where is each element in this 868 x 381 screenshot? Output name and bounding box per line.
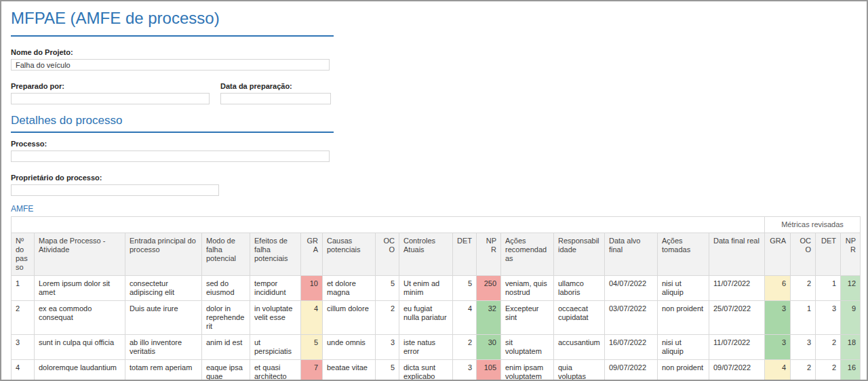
cell: 250 [477,276,501,301]
cell: anim id est [202,335,250,360]
cell: 16/07/2022 [605,335,658,360]
cell: nisi ut aliquip [658,335,709,360]
column-header: Causas potenciais [323,233,376,276]
project-name-input[interactable] [11,59,330,71]
cell: 11/07/2022 [709,335,765,360]
cell: 2 [376,301,399,335]
cell: occaecat cupidatat [554,301,605,335]
cell: 2 [453,335,477,360]
column-header: Data alvo final [605,233,658,276]
cell: 30 [477,335,501,360]
column-header: Ações recomendadas [501,233,554,276]
cell: 04/07/2022 [605,276,658,301]
cell: 4 [765,360,791,381]
column-header: GRA [765,233,791,276]
cell: 2 [816,360,841,381]
table-row: 4doloremque laudantiumtotam rem aperiame… [12,360,861,381]
column-header: Ações tomadas [658,233,709,276]
column-header: Modo de falha potencial [202,233,250,276]
column-header: Nº do passo [12,233,35,276]
page-title: MFPAE (AMFE de processo) [11,8,857,28]
cell: 2 [791,360,816,381]
cell: et quasi architecto [250,360,301,381]
amfe-table: Métricas revisadasNº do passoMapa de Pro… [11,216,861,381]
cell: 3 [791,335,816,360]
cell: 3 [765,335,791,360]
cell: 3 [765,301,791,335]
cell: dolor in reprehenderit [202,301,250,335]
cell: 4 [12,360,35,381]
cell: 16 [841,360,861,381]
cell: 4 [301,301,323,335]
title-divider [11,35,334,37]
cell: 1 [791,301,816,335]
column-header: Efeitos de falha potenciais [250,233,301,276]
prep-date-label: Data da preparação: [220,82,331,91]
column-header: NPR [477,233,501,276]
cell: 11/07/2022 [709,276,765,301]
prepared-by-input[interactable] [11,93,210,104]
prepared-by-label: Preparado por: [11,82,210,91]
cell: 10 [301,276,323,301]
metrics-group-header: Métricas revisadas [765,217,861,233]
column-header-row: Nº do passoMapa de Processo - AtividadeE… [12,233,861,276]
cell: 3 [376,335,399,360]
column-header: Entrada principal do processo [125,233,202,276]
cell: non proident [658,301,709,335]
cell: 3 [816,301,841,335]
cell: 09/07/2022 [709,360,765,381]
column-header: DET [816,233,841,276]
amfe-table-head: Métricas revisadasNº do passoMapa de Pro… [12,217,861,276]
cell: 2 [791,276,816,301]
cell: totam rem aperiam [125,360,202,381]
process-owner-input[interactable] [11,184,219,196]
cell: 12 [841,276,861,301]
process-input[interactable] [11,151,330,162]
cell: doloremque laudantium [35,360,125,381]
cell: sunt in culpa qui officia [35,335,125,360]
table-row: 1Lorem ipsum dolor sit ametconsectetur a… [12,276,861,301]
column-header: Controles Atuais [399,233,453,276]
column-header: GRA [301,233,323,276]
cell: dicta sunt explicabo [399,360,453,381]
cell: Lorem ipsum dolor sit amet [35,276,125,301]
cell: 18 [841,335,861,360]
cell: 6 [765,276,791,301]
project-name-label: Nome do Projeto: [11,48,857,57]
cell: 2 [12,301,35,335]
cell: in voluptate velit esse [250,301,301,335]
cell: 32 [477,301,501,335]
cell: veniam, quis nostrud [501,276,554,301]
cell: 3 [12,335,35,360]
cell: 4 [453,301,477,335]
cell: et dolore magna [323,276,376,301]
cell: 1 [12,276,35,301]
cell: 5 [376,360,399,381]
cell: nisi ut aliquip [658,276,709,301]
cell: tempor incididunt [250,276,301,301]
cell: beatae vitae [323,360,376,381]
cell: ullamco laboris [554,276,605,301]
cell: 09/07/2022 [605,360,658,381]
section-title-process-details: Detalhes do processo [11,114,334,133]
cell: 9 [841,301,861,335]
cell: 5 [301,335,323,360]
process-owner-label: Proprietário do processo: [11,174,857,182]
cell: 5 [453,276,477,301]
cell: 1 [816,276,841,301]
cell: enim ipsam voluptatem [501,360,554,381]
cell: unde omnis [323,335,376,360]
cell: non proident [658,360,709,381]
cell: ut perspiciatis [250,335,301,360]
cell: eaque ipsa quae [202,360,250,381]
group-row-spacer [12,217,765,233]
app-window: MFPAE (AMFE de processo) Nome do Projeto… [0,0,868,381]
column-header: Responsabilidade [554,233,605,276]
cell: Ut enim ad minim [399,276,453,301]
cell: 7 [301,360,323,381]
cell: sit voluptatem [501,335,554,360]
cell: sed do eiusmod [202,276,250,301]
cell: 5 [376,276,399,301]
cell: iste natus error [399,335,453,360]
prep-date-input[interactable] [220,93,331,104]
